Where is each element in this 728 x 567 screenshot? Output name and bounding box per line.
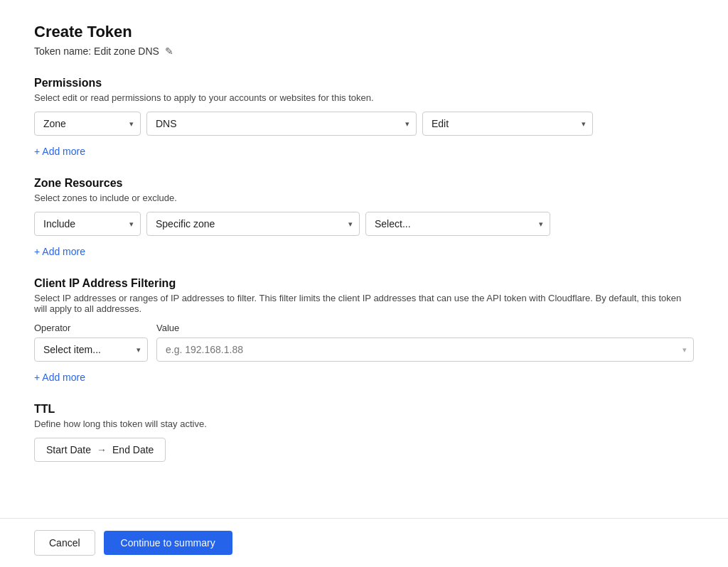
client-ip-add-more[interactable]: + Add more <box>34 372 85 383</box>
client-ip-row: Operator Select item... Is in Is not in … <box>34 323 694 362</box>
arrow-icon: → <box>97 444 107 455</box>
client-ip-title: Client IP Address Filtering <box>34 277 694 290</box>
zone-resources-row: Include Exclude ▾ Specific zone All zone… <box>34 212 694 236</box>
edit-token-name-icon[interactable]: ✎ <box>165 45 173 57</box>
ttl-title: TTL <box>34 403 694 416</box>
client-ip-description: Select IP addresses or ranges of IP addr… <box>34 293 694 314</box>
operator-select[interactable]: Select item... Is in Is not in <box>34 338 148 362</box>
value-input-wrapper: ▾ <box>156 338 694 362</box>
value-field-group: Value ▾ <box>156 323 694 362</box>
dns-select-wrapper: DNS Firewall Cache SSL/TLS ▾ <box>146 112 417 136</box>
zone-value-select-wrapper: Select... ▾ <box>365 212 550 236</box>
permissions-add-more[interactable]: + Add more <box>34 146 85 157</box>
page-wrapper: Create Token Token name: Edit zone DNS ✎… <box>0 0 728 567</box>
footer: Cancel Continue to summary <box>0 518 728 567</box>
include-select[interactable]: Include Exclude <box>34 212 141 236</box>
permissions-row: Zone Account User ▾ DNS Firewall Cache S… <box>34 112 694 136</box>
zone-select[interactable]: Zone Account User <box>34 112 141 136</box>
dns-select[interactable]: DNS Firewall Cache SSL/TLS <box>146 112 417 136</box>
specific-zone-select-wrapper: Specific zone All zones ▾ <box>146 212 360 236</box>
permissions-section: Permissions Select edit or read permissi… <box>34 77 694 157</box>
zone-select-wrapper: Zone Account User ▾ <box>34 112 141 136</box>
operator-label: Operator <box>34 323 148 333</box>
ttl-date-row: Start Date → End Date <box>34 438 694 462</box>
permissions-title: Permissions <box>34 77 694 90</box>
client-ip-section: Client IP Address Filtering Select IP ad… <box>34 277 694 383</box>
edit-select-wrapper: Edit Read ▾ <box>422 112 593 136</box>
zone-resources-description: Select zones to include or exclude. <box>34 193 694 203</box>
cancel-button[interactable]: Cancel <box>34 530 95 556</box>
value-input[interactable] <box>156 338 694 362</box>
ttl-description: Define how long this token will stay act… <box>34 418 694 429</box>
operator-field-group: Operator Select item... Is in Is not in … <box>34 323 148 362</box>
end-date-label: End Date <box>112 444 154 455</box>
start-date-label: Start Date <box>46 444 91 455</box>
operator-select-wrapper: Select item... Is in Is not in ▾ <box>34 338 148 362</box>
specific-zone-select[interactable]: Specific zone All zones <box>146 212 360 236</box>
zone-resources-title: Zone Resources <box>34 177 694 190</box>
edit-select[interactable]: Edit Read <box>422 112 593 136</box>
include-select-wrapper: Include Exclude ▾ <box>34 212 141 236</box>
token-name-row: Token name: Edit zone DNS ✎ <box>34 45 694 57</box>
continue-button[interactable]: Continue to summary <box>104 531 232 555</box>
main-content: Create Token Token name: Edit zone DNS ✎… <box>0 0 728 518</box>
zone-value-select[interactable]: Select... <box>365 212 550 236</box>
date-range-button[interactable]: Start Date → End Date <box>34 438 166 462</box>
ttl-section: TTL Define how long this token will stay… <box>34 403 694 462</box>
value-label: Value <box>156 323 694 333</box>
zone-resources-add-more[interactable]: + Add more <box>34 246 85 257</box>
permissions-description: Select edit or read permissions to apply… <box>34 92 694 103</box>
page-title: Create Token <box>34 23 694 41</box>
zone-resources-section: Zone Resources Select zones to include o… <box>34 177 694 257</box>
token-name-label: Token name: Edit zone DNS <box>34 45 159 57</box>
